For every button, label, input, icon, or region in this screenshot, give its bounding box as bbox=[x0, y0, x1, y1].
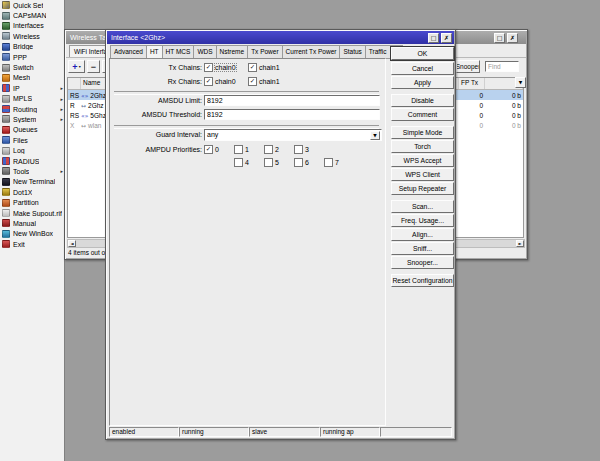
sidebar-item-switch[interactable]: Switch bbox=[0, 62, 64, 72]
checkbox-icon[interactable] bbox=[264, 145, 273, 154]
checkbox-icon[interactable] bbox=[324, 158, 333, 167]
ampdu-priority-1-checkbox[interactable]: 1 bbox=[234, 145, 249, 154]
sidebar-item-manual[interactable]: Manual bbox=[0, 218, 64, 228]
tab-nstreme[interactable]: Nstreme bbox=[217, 45, 249, 59]
tab-current-tx-power[interactable]: Current Tx Power bbox=[283, 45, 341, 59]
sidebar-item-files[interactable]: Files bbox=[0, 135, 64, 145]
submenu-arrow-icon: ▸ bbox=[60, 96, 63, 102]
partition-icon bbox=[2, 199, 10, 207]
sidebar-item-make-supout[interactable]: Make Supout.rif bbox=[0, 208, 64, 218]
checkbox-icon[interactable] bbox=[264, 158, 273, 167]
sniff-button[interactable]: Sniff... bbox=[391, 242, 454, 255]
ampdu-priority-6-checkbox[interactable]: 6 bbox=[294, 158, 309, 167]
sidebar-item-wireless[interactable]: Wireless bbox=[0, 31, 64, 41]
find-input[interactable] bbox=[485, 61, 519, 72]
sidebar-item-mesh[interactable]: Mesh bbox=[0, 73, 64, 83]
sidebar-item-quick-set[interactable]: Quick Set bbox=[0, 0, 64, 10]
cancel-button[interactable]: Cancel bbox=[391, 62, 454, 75]
tab-ht[interactable]: HT bbox=[147, 45, 163, 59]
checkbox-icon[interactable] bbox=[234, 145, 243, 154]
ampdu-priority-7-checkbox[interactable]: 7 bbox=[324, 158, 339, 167]
close-icon[interactable]: ✗ bbox=[507, 33, 518, 43]
rx-chain0-checkbox[interactable]: ✓ chain0 bbox=[204, 77, 236, 86]
tab-ht-mcs[interactable]: HT MCS bbox=[163, 45, 195, 59]
scroll-left-icon[interactable]: ◄ bbox=[68, 240, 76, 247]
guard-interval-select[interactable]: any ▼ bbox=[204, 129, 382, 141]
sidebar-item-dot1x[interactable]: Dot1X bbox=[0, 187, 64, 197]
restore-icon[interactable]: □ bbox=[494, 33, 505, 43]
interface-2ghz-dialog: Interface <2Ghz> □ ✗ Advanced HT HT MCS … bbox=[105, 29, 456, 440]
apply-button[interactable]: Apply bbox=[391, 76, 454, 89]
checkbox-icon[interactable] bbox=[294, 145, 303, 154]
checkbox-icon[interactable]: ✓ bbox=[248, 77, 257, 86]
simple-mode-button[interactable]: Simple Mode bbox=[391, 126, 454, 139]
flags-column-header[interactable] bbox=[68, 78, 81, 89]
setup-repeater-button[interactable]: Setup Repeater bbox=[391, 182, 454, 195]
comment-button[interactable]: Comment bbox=[391, 108, 454, 121]
tab-advanced[interactable]: Advanced bbox=[110, 45, 147, 59]
ampdu-priority-5-checkbox[interactable]: 5 bbox=[264, 158, 279, 167]
sidebar-item-radius[interactable]: RADIUS bbox=[0, 156, 64, 166]
sidebar-item-exit[interactable]: Exit bbox=[0, 239, 64, 249]
close-icon[interactable]: ✗ bbox=[441, 33, 452, 43]
remove-interface-button[interactable]: − bbox=[87, 60, 100, 73]
sidebar-item-ip[interactable]: IP▸ bbox=[0, 83, 64, 93]
dialog-titlebar[interactable]: Interface <2Ghz> □ ✗ bbox=[107, 31, 454, 44]
wireless-interface-icon: «» bbox=[81, 112, 88, 119]
wps-accept-button[interactable]: WPS Accept bbox=[391, 154, 454, 167]
sidebar-item-capsman[interactable]: CAPsMAN bbox=[0, 10, 64, 20]
sidebar-item-log[interactable]: Log bbox=[0, 145, 64, 155]
sidebar-item-tools[interactable]: Tools▸ bbox=[0, 166, 64, 176]
sidebar-item-routing[interactable]: Routing▸ bbox=[0, 104, 64, 114]
snooper-button[interactable]: Snooper... bbox=[391, 256, 454, 269]
checkbox-icon[interactable]: ✓ bbox=[248, 63, 257, 72]
rx-chain1-checkbox[interactable]: ✓ chain1 bbox=[248, 77, 280, 86]
sidebar-item-interfaces[interactable]: Interfaces bbox=[0, 21, 64, 31]
column-chooser-icon[interactable]: ▼ bbox=[515, 77, 526, 88]
wps-client-button[interactable]: WPS Client bbox=[391, 168, 454, 181]
sidebar-item-ppp[interactable]: PPP bbox=[0, 52, 64, 62]
checkbox-icon[interactable] bbox=[294, 158, 303, 167]
tx-chain1-checkbox[interactable]: ✓ chain1 bbox=[248, 63, 280, 72]
disable-button[interactable]: Disable bbox=[391, 94, 454, 107]
checkbox-icon[interactable]: ✓ bbox=[204, 145, 213, 154]
radius-icon bbox=[2, 157, 10, 165]
sidebar-item-system[interactable]: System▸ bbox=[0, 114, 64, 124]
checkbox-icon[interactable]: ✓ bbox=[204, 63, 213, 72]
tab-tx-power[interactable]: Tx Power bbox=[248, 45, 282, 59]
sidebar-item-new-terminal[interactable]: New Terminal bbox=[0, 177, 64, 187]
fp-tx-column-header[interactable]: FP Tx bbox=[459, 78, 485, 89]
ppp-icon bbox=[2, 53, 10, 61]
tab-wds[interactable]: WDS bbox=[194, 45, 216, 59]
sidebar-item-partition[interactable]: Partition bbox=[0, 197, 64, 207]
tab-traffic[interactable]: Traffic bbox=[366, 45, 391, 59]
window-icon bbox=[2, 230, 10, 238]
align-button[interactable]: Align... bbox=[391, 228, 454, 241]
ampdu-priority-0-checkbox[interactable]: ✓ 0 bbox=[204, 145, 219, 154]
sidebar-item-mpls[interactable]: MPLS▸ bbox=[0, 94, 64, 104]
tab-status[interactable]: Status bbox=[340, 45, 365, 59]
sidebar-item-new-winbox[interactable]: New WinBox bbox=[0, 229, 64, 239]
submenu-arrow-icon: ▸ bbox=[60, 116, 63, 122]
checkbox-icon[interactable] bbox=[234, 158, 243, 167]
sidebar-item-bridge[interactable]: Bridge bbox=[0, 42, 64, 52]
torch-button[interactable]: Torch bbox=[391, 140, 454, 153]
checkbox-icon[interactable]: ✓ bbox=[204, 77, 213, 86]
sidebar-item-queues[interactable]: Queues bbox=[0, 125, 64, 135]
scroll-right-icon[interactable]: ► bbox=[516, 240, 524, 247]
amsdu-threshold-input[interactable] bbox=[204, 109, 380, 120]
ok-button[interactable]: OK bbox=[391, 47, 454, 60]
amsdu-limit-input[interactable] bbox=[204, 95, 380, 106]
add-interface-button[interactable]: + ▾ bbox=[68, 60, 85, 73]
ampdu-priority-3-checkbox[interactable]: 3 bbox=[294, 145, 309, 154]
switch-icon bbox=[2, 64, 10, 72]
dropdown-arrow-icon[interactable]: ▼ bbox=[370, 131, 380, 140]
restore-icon[interactable]: □ bbox=[428, 33, 439, 43]
reset-configuration-button[interactable]: Reset Configuration bbox=[391, 274, 454, 287]
freq-usage-button[interactable]: Freq. Usage... bbox=[391, 214, 454, 227]
snooper-button[interactable]: Snooper bbox=[456, 60, 480, 73]
tx-chain0-checkbox[interactable]: ✓ chain0 bbox=[204, 63, 236, 72]
scan-button[interactable]: Scan... bbox=[391, 200, 454, 213]
ampdu-priority-4-checkbox[interactable]: 4 bbox=[234, 158, 249, 167]
ampdu-priority-2-checkbox[interactable]: 2 bbox=[264, 145, 279, 154]
